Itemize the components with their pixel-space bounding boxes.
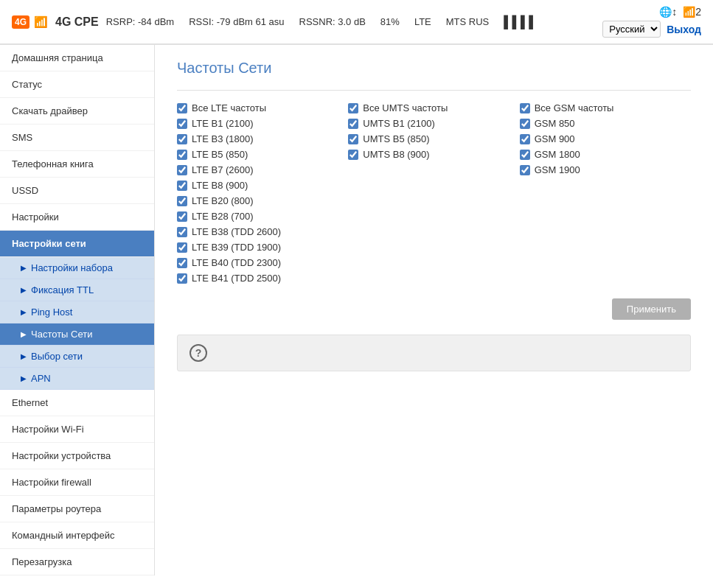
lte-all-label[interactable]: Все LTE частоты: [192, 102, 266, 113]
lte-b1-item[interactable]: LTE B1 (2100): [177, 118, 333, 129]
gsm-850-label[interactable]: GSM 850: [535, 118, 575, 129]
rsrp-stat: RSRP: -84 dBm: [106, 16, 174, 27]
lte-b38-item[interactable]: LTE B38 (TDD 2600): [177, 226, 333, 237]
lte-b40-label[interactable]: LTE B40 (TDD 2300): [192, 257, 281, 268]
sidebar-item-sms[interactable]: SMS: [0, 125, 154, 151]
lte-b8-checkbox[interactable]: [177, 181, 187, 191]
lte-b41-label[interactable]: LTE B41 (TDD 2500): [192, 273, 281, 284]
sidebar-item-apn[interactable]: ▶ APN: [0, 368, 154, 390]
lte-b7-label[interactable]: LTE B7 (2600): [192, 164, 254, 175]
umts-all-checkbox[interactable]: [348, 103, 358, 113]
language-select[interactable]: Русский: [602, 21, 661, 38]
sidebar-item-dial-settings[interactable]: ▶ Настройки набора: [0, 257, 154, 279]
sidebar-item-phonebook[interactable]: Телефонная книга: [0, 151, 154, 178]
umts-column: Все UMTS частоты UMTS B1 (2100) UMTS B5 …: [348, 102, 519, 284]
header-right: 🌐↕ 📶2 Русский Выход: [602, 6, 701, 38]
sidebar-item-firewall[interactable]: Настройки firewall: [0, 469, 154, 496]
sidebar-item-home[interactable]: Домашняя страница: [0, 45, 154, 71]
lte-b3-item[interactable]: LTE B3 (1800): [177, 133, 333, 144]
gsm-900-item[interactable]: GSM 900: [520, 133, 676, 144]
umts-b1-item[interactable]: UMTS B1 (2100): [348, 118, 504, 129]
gsm-850-checkbox[interactable]: [520, 119, 530, 129]
sidebar-item-freq[interactable]: ▶ Частоты Сети: [0, 323, 154, 346]
gsm-header-item[interactable]: Все GSM частоты: [520, 102, 676, 113]
umts-header-item[interactable]: Все UMTS частоты: [348, 102, 504, 113]
sidebar: Домашняя страница Статус Скачать драйвер…: [0, 45, 155, 575]
logout-button[interactable]: Выход: [667, 24, 701, 35]
lte-b41-checkbox[interactable]: [177, 273, 187, 284]
lte-b38-label[interactable]: LTE B38 (TDD 2600): [192, 226, 281, 237]
sidebar-item-device[interactable]: Настройки устройства: [0, 443, 154, 469]
lte-b40-item[interactable]: LTE B40 (TDD 2300): [177, 257, 333, 268]
umts-b1-checkbox[interactable]: [348, 119, 358, 129]
header: 4G 📶 4G CPE RSRP: -84 dBm RSSI: -79 dBm …: [0, 0, 713, 45]
layout: Домашняя страница Статус Скачать драйвер…: [0, 45, 713, 575]
sidebar-item-reboot[interactable]: Перезагрузка: [0, 549, 154, 575]
lte-all-checkbox[interactable]: [177, 103, 187, 113]
lte-b39-label[interactable]: LTE B39 (TDD 1900): [192, 242, 281, 253]
sidebar-item-status[interactable]: Статус: [0, 71, 154, 98]
sidebar-item-ttl[interactable]: ▶ Фиксация TTL: [0, 279, 154, 301]
umts-b5-label[interactable]: UMTS B5 (850): [363, 133, 429, 144]
lte-b5-label[interactable]: LTE B5 (850): [192, 149, 248, 160]
lte-b1-label[interactable]: LTE B1 (2100): [192, 118, 254, 129]
gsm-900-label[interactable]: GSM 900: [535, 133, 575, 144]
antenna-icon: 📶2: [683, 6, 701, 18]
lte-b3-checkbox[interactable]: [177, 134, 187, 144]
wifi-icon: 📶: [34, 15, 48, 29]
lte-b7-checkbox[interactable]: [177, 165, 187, 175]
gsm-1900-item[interactable]: GSM 1900: [520, 164, 676, 175]
lte-b28-item[interactable]: LTE B28 (700): [177, 211, 333, 222]
lte-b39-checkbox[interactable]: [177, 242, 187, 253]
sidebar-item-ping[interactable]: ▶ Ping Host: [0, 301, 154, 323]
gsm-1900-checkbox[interactable]: [520, 165, 530, 175]
lte-b8-item[interactable]: LTE B8 (900): [177, 180, 333, 191]
lte-header-item[interactable]: Все LTE частоты: [177, 102, 333, 113]
gsm-all-label[interactable]: Все GSM частоты: [535, 102, 614, 113]
sidebar-item-cli[interactable]: Командный интерфейс: [0, 522, 154, 549]
gsm-1900-label[interactable]: GSM 1900: [535, 164, 580, 175]
gsm-1800-item[interactable]: GSM 1800: [520, 149, 676, 160]
lte-b28-checkbox[interactable]: [177, 211, 187, 222]
lte-b7-item[interactable]: LTE B7 (2600): [177, 164, 333, 175]
umts-b8-label[interactable]: UMTS B8 (900): [363, 149, 429, 160]
frequency-grid: Все LTE частоты LTE B1 (2100) LTE B3 (18…: [177, 102, 691, 284]
sidebar-item-net-select[interactable]: ▶ Выбор сети: [0, 346, 154, 368]
lte-b38-checkbox[interactable]: [177, 227, 187, 237]
lte-b20-checkbox[interactable]: [177, 196, 187, 206]
gsm-all-checkbox[interactable]: [520, 103, 530, 113]
lte-stat: LTE: [414, 16, 431, 27]
globe-icon: 🌐↕: [659, 6, 677, 18]
gsm-850-item[interactable]: GSM 850: [520, 118, 676, 129]
lte-b28-label[interactable]: LTE B28 (700): [192, 211, 254, 222]
umts-b5-item[interactable]: UMTS B5 (850): [348, 133, 504, 144]
umts-b8-item[interactable]: UMTS B8 (900): [348, 149, 504, 160]
lte-b39-item[interactable]: LTE B39 (TDD 1900): [177, 242, 333, 253]
sidebar-item-wifi[interactable]: Настройки Wi-Fi: [0, 416, 154, 443]
lte-b5-checkbox[interactable]: [177, 150, 187, 160]
sidebar-item-download[interactable]: Скачать драйвер: [0, 98, 154, 125]
lte-b40-checkbox[interactable]: [177, 258, 187, 268]
sidebar-item-settings[interactable]: Настройки: [0, 204, 154, 231]
apply-button[interactable]: Применить: [612, 298, 691, 320]
sidebar-item-ethernet[interactable]: Ethernet: [0, 390, 154, 416]
gsm-1800-checkbox[interactable]: [520, 150, 530, 160]
umts-b5-checkbox[interactable]: [348, 134, 358, 144]
lte-b20-item[interactable]: LTE B20 (800): [177, 195, 333, 206]
lte-b5-item[interactable]: LTE B5 (850): [177, 149, 333, 160]
lte-b20-label[interactable]: LTE B20 (800): [192, 195, 254, 206]
umts-all-label[interactable]: Все UMTS частоты: [363, 102, 448, 113]
gsm-900-checkbox[interactable]: [520, 134, 530, 144]
sidebar-item-router[interactable]: Параметры роутера: [0, 496, 154, 522]
operator-stat: MTS RUS: [446, 16, 490, 27]
umts-b8-checkbox[interactable]: [348, 150, 358, 160]
gsm-1800-label[interactable]: GSM 1800: [535, 149, 580, 160]
header-controls[interactable]: Русский Выход: [602, 21, 701, 38]
lte-b41-item[interactable]: LTE B41 (TDD 2500): [177, 273, 333, 284]
lte-b8-label[interactable]: LTE B8 (900): [192, 180, 248, 191]
sidebar-item-network-settings[interactable]: Настройки сети: [0, 231, 154, 257]
lte-b3-label[interactable]: LTE B3 (1800): [192, 133, 254, 144]
lte-b1-checkbox[interactable]: [177, 119, 187, 129]
umts-b1-label[interactable]: UMTS B1 (2100): [363, 118, 435, 129]
sidebar-item-ussd[interactable]: USSD: [0, 178, 154, 204]
